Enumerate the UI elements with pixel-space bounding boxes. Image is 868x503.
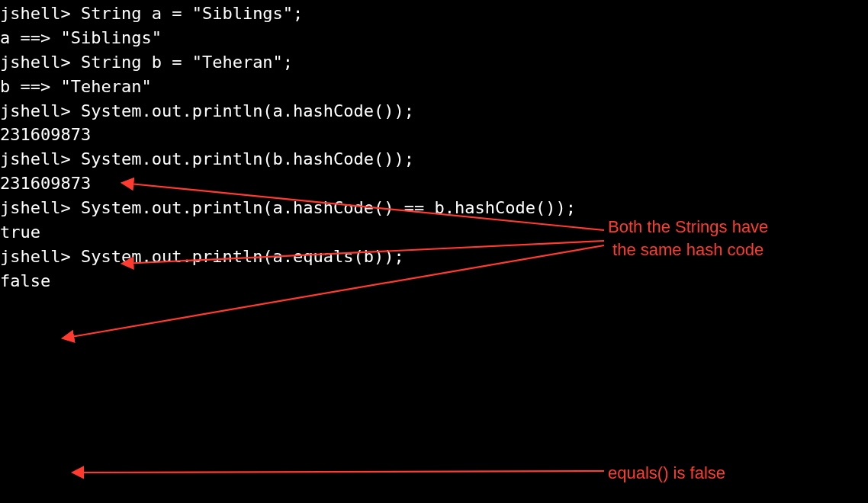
annotation-text-line: Both the Strings have <box>608 216 768 239</box>
code-line: jshell> System.out.println(a.hashCode())… <box>0 99 868 123</box>
code-line: jshell> System.out.println(b.hashCode())… <box>0 147 868 171</box>
code-line: a ==> "Siblings" <box>0 26 868 50</box>
annotation-text-line: equals() is false <box>608 463 725 482</box>
code-line: false <box>0 269 868 293</box>
annotation-text-line: the same hash code <box>608 239 768 261</box>
code-line: jshell> String b = "Teheran"; <box>0 50 868 75</box>
code-line: b ==> "Teheran" <box>0 75 868 99</box>
code-line: 231609873 <box>0 171 868 196</box>
code-line: jshell> String a = "Siblings"; <box>0 2 868 26</box>
annotation-hash-note: Both the Strings have the same hash code <box>608 216 768 261</box>
arrow-icon <box>72 471 604 473</box>
annotation-equals-note: equals() is false <box>608 462 725 485</box>
code-line: 231609873 <box>0 123 868 147</box>
